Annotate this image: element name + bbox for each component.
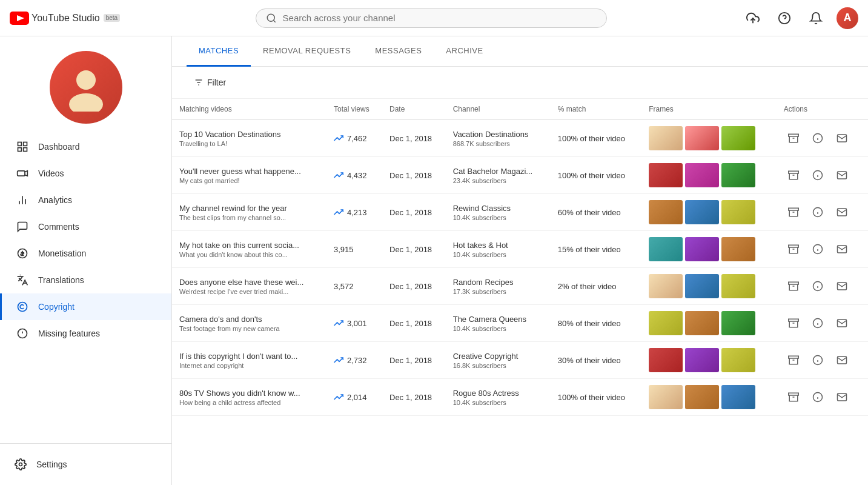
- avatar[interactable]: A: [837, 7, 858, 29]
- channel-name-4: Random Recipes: [453, 278, 543, 287]
- info-action-6[interactable]: [808, 350, 827, 370]
- sidebar-item-dashboard[interactable]: Dashboard: [0, 133, 171, 160]
- channel-subs-6: 16.8K subscribers: [453, 362, 543, 369]
- info-action-4[interactable]: [808, 276, 827, 296]
- trend-icon-7: [334, 392, 343, 402]
- thumb-5-2: [721, 311, 755, 335]
- search-input[interactable]: [283, 13, 597, 23]
- sidebar-item-monetisation[interactable]: Monetisation: [0, 240, 171, 267]
- sidebar-settings-label: Settings: [36, 460, 67, 469]
- svg-point-23: [19, 463, 22, 466]
- views-cell-4: 3,572: [326, 268, 382, 305]
- thumb-0-1: [685, 126, 719, 150]
- info-action-7[interactable]: [808, 387, 827, 407]
- info-action-0[interactable]: [808, 129, 827, 148]
- views-cell-1: 4,432: [326, 157, 382, 194]
- email-action-0[interactable]: [832, 129, 852, 148]
- svg-rect-57: [788, 356, 798, 358]
- filter-button[interactable]: Filter: [187, 74, 233, 91]
- video-cell-7: 80s TV Shows you didn't know w... How be…: [172, 379, 326, 416]
- video-subtitle-2: The best clips from my channel so...: [179, 214, 313, 221]
- table-row: Top 10 Vacation Destinations Travelling …: [172, 120, 868, 157]
- comments-icon: [16, 221, 28, 233]
- tab-messages[interactable]: MESSAGES: [363, 36, 434, 67]
- archive-action-4[interactable]: [784, 276, 803, 296]
- info-action-3[interactable]: [808, 239, 827, 259]
- sidebar-item-videos[interactable]: Videos: [0, 160, 171, 187]
- date-cell-2: Dec 1, 2018: [382, 194, 446, 231]
- views-cell-6: 2,732: [326, 342, 382, 379]
- sidebar-item-missing-features[interactable]: Missing features: [0, 320, 171, 347]
- frames-cell-7: [641, 379, 776, 416]
- info-action-2[interactable]: [808, 202, 827, 222]
- sidebar-item-label: Videos: [38, 169, 64, 178]
- notifications-button[interactable]: [805, 7, 827, 29]
- email-action-3[interactable]: [832, 239, 852, 259]
- video-title-0: Top 10 Vacation Destinations: [179, 130, 313, 139]
- channel-cell-0: Vacation Destinations 868.7K subscribers: [446, 120, 551, 157]
- email-action-4[interactable]: [832, 276, 852, 296]
- thumb-0-2: [721, 126, 755, 150]
- archive-action-7[interactable]: [784, 387, 803, 407]
- sidebar-item-label: Comments: [38, 222, 79, 232]
- svg-rect-42: [788, 245, 798, 247]
- email-action-7[interactable]: [832, 387, 852, 407]
- match-cell-6: 30% of their video: [551, 342, 642, 379]
- views-num-2: 4,213: [347, 208, 367, 217]
- table-row: My channel rewind for the year The best …: [172, 194, 868, 231]
- email-action-6[interactable]: [832, 350, 852, 370]
- email-action-1[interactable]: [832, 166, 852, 185]
- yt-studio-logo[interactable]: YouTube Studio beta: [10, 12, 120, 25]
- tabs-bar: MATCHES REMOVAL REQUESTS MESSAGES ARCHIV…: [172, 36, 868, 67]
- svg-rect-47: [788, 282, 798, 284]
- channel-subs-1: 23.4K subscribers: [453, 177, 543, 184]
- thumb-7-0: [649, 385, 683, 409]
- analytics-icon: [16, 194, 28, 206]
- email-action-5[interactable]: [832, 313, 852, 333]
- help-button[interactable]: [774, 7, 795, 29]
- col-date: Date: [382, 99, 446, 120]
- archive-action-6[interactable]: [784, 350, 803, 370]
- sidebar-bottom: Settings: [0, 443, 171, 485]
- channel-name-1: Cat Bachelor Magazi...: [453, 167, 543, 176]
- tab-matches[interactable]: MATCHES: [187, 36, 251, 67]
- filter-label: Filter: [207, 78, 226, 87]
- date-cell-3: Dec 1, 2018: [382, 231, 446, 268]
- email-action-2[interactable]: [832, 202, 852, 222]
- video-subtitle-0: Travelling to LA!: [179, 140, 313, 147]
- actions-cell-2: [777, 194, 868, 231]
- archive-action-2[interactable]: [784, 202, 803, 222]
- archive-action-3[interactable]: [784, 239, 803, 259]
- search-bar[interactable]: [256, 8, 607, 28]
- info-action-5[interactable]: [808, 313, 827, 333]
- video-title-7: 80s TV Shows you didn't know w...: [179, 389, 313, 398]
- thumb-2-0: [649, 200, 683, 224]
- info-action-1[interactable]: [808, 166, 827, 185]
- tab-archive[interactable]: ARCHIVE: [434, 36, 495, 67]
- sidebar-item-translations[interactable]: Translations: [0, 267, 171, 293]
- copyright-icon: [16, 301, 28, 313]
- sidebar-nav: Dashboard Videos: [0, 133, 171, 443]
- date-cell-0: Dec 1, 2018: [382, 120, 446, 157]
- sidebar-item-settings[interactable]: Settings: [15, 451, 157, 478]
- svg-rect-62: [788, 393, 798, 395]
- translations-icon: [16, 274, 28, 286]
- thumb-2-1: [685, 200, 719, 224]
- topbar-left: YouTube Studio beta: [10, 12, 120, 25]
- channel-cell-1: Cat Bachelor Magazi... 23.4K subscribers: [446, 157, 551, 194]
- thumb-1-1: [685, 163, 719, 187]
- upload-button[interactable]: [742, 7, 764, 29]
- archive-action-5[interactable]: [784, 313, 803, 333]
- thumb-3-2: [721, 237, 755, 261]
- video-title-5: Camera do's and don'ts: [179, 315, 313, 324]
- views-cell-0: 7,462: [326, 120, 382, 157]
- date-cell-1: Dec 1, 2018: [382, 157, 446, 194]
- trend-icon-5: [334, 318, 343, 328]
- archive-action-1[interactable]: [784, 166, 803, 185]
- sidebar-item-copyright[interactable]: Copyright: [0, 293, 171, 320]
- archive-action-0[interactable]: [784, 129, 803, 148]
- sidebar-item-analytics[interactable]: Analytics: [0, 187, 171, 213]
- sidebar-item-comments[interactable]: Comments: [0, 213, 171, 240]
- match-cell-1: 100% of their video: [551, 157, 642, 194]
- tab-removal-requests[interactable]: REMOVAL REQUESTS: [251, 36, 363, 67]
